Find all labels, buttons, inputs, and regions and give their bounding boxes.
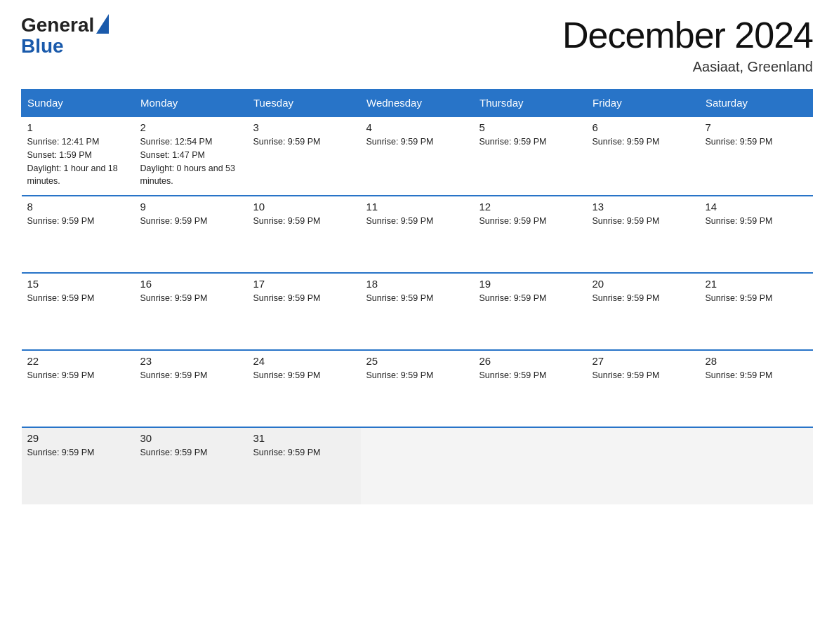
- day-number: 8: [27, 201, 129, 213]
- day-number: 17: [253, 278, 355, 290]
- day-info: Sunrise: 9:59 PM: [366, 369, 468, 382]
- calendar-cell: 1Sunrise: 12:41 PMSunset: 1:59 PMDayligh…: [22, 116, 135, 196]
- calendar-cell: 21Sunrise: 9:59 PM: [700, 273, 813, 350]
- day-info: Sunrise: 9:59 PM: [706, 215, 807, 228]
- day-number: 11: [366, 201, 468, 213]
- calendar-week-row: 29Sunrise: 9:59 PM30Sunrise: 9:59 PM31Su…: [22, 427, 813, 504]
- month-title: December 2024: [562, 14, 813, 56]
- calendar-cell: 10Sunrise: 9:59 PM: [248, 196, 361, 273]
- calendar-cell: 15Sunrise: 9:59 PM: [22, 273, 135, 350]
- calendar-cell: [587, 427, 700, 504]
- calendar-cell: 12Sunrise: 9:59 PM: [474, 196, 587, 273]
- day-info: Sunrise: 12:54 PMSunset: 1:47 PMDaylight…: [140, 135, 242, 188]
- col-friday: Friday: [587, 90, 700, 117]
- day-number: 22: [27, 355, 129, 367]
- calendar-cell: 31Sunrise: 9:59 PM: [248, 427, 361, 504]
- calendar-cell: 5Sunrise: 9:59 PM: [474, 116, 587, 196]
- day-info: Sunrise: 9:59 PM: [27, 446, 129, 459]
- calendar-cell: 6Sunrise: 9:59 PM: [587, 116, 700, 196]
- calendar-cell: 19Sunrise: 9:59 PM: [474, 273, 587, 350]
- calendar-cell: 17Sunrise: 9:59 PM: [248, 273, 361, 350]
- col-wednesday: Wednesday: [361, 90, 474, 117]
- day-number: 24: [253, 355, 355, 367]
- calendar-cell: 3Sunrise: 9:59 PM: [248, 116, 361, 196]
- day-number: 23: [140, 355, 242, 367]
- day-info: Sunrise: 9:59 PM: [366, 135, 468, 149]
- day-info: Sunrise: 9:59 PM: [593, 292, 694, 305]
- calendar-cell: 9Sunrise: 9:59 PM: [135, 196, 248, 273]
- calendar-cell: 8Sunrise: 9:59 PM: [22, 196, 135, 273]
- calendar-cell: [474, 427, 587, 504]
- calendar-body: 1Sunrise: 12:41 PMSunset: 1:59 PMDayligh…: [22, 116, 813, 504]
- day-info: Sunrise: 9:59 PM: [706, 135, 807, 149]
- day-number: 12: [479, 201, 581, 213]
- day-info: Sunrise: 9:59 PM: [479, 135, 581, 149]
- calendar-cell: 25Sunrise: 9:59 PM: [361, 350, 474, 427]
- calendar-cell: 24Sunrise: 9:59 PM: [248, 350, 361, 427]
- day-info: Sunrise: 9:59 PM: [27, 292, 129, 305]
- calendar-cell: 27Sunrise: 9:59 PM: [587, 350, 700, 427]
- day-info: Sunrise: 9:59 PM: [593, 135, 694, 149]
- day-info: Sunrise: 9:59 PM: [253, 369, 355, 382]
- calendar-cell: 22Sunrise: 9:59 PM: [22, 350, 135, 427]
- day-number: 25: [366, 355, 468, 367]
- logo-blue-text: Blue: [21, 35, 64, 58]
- logo: General Blue: [21, 14, 109, 58]
- calendar-cell: 20Sunrise: 9:59 PM: [587, 273, 700, 350]
- calendar-cell: [361, 427, 474, 504]
- calendar-cell: 4Sunrise: 9:59 PM: [361, 116, 474, 196]
- day-info: Sunrise: 9:59 PM: [479, 292, 581, 305]
- day-number: 14: [706, 201, 807, 213]
- day-number: 6: [593, 121, 694, 133]
- day-number: 31: [253, 432, 355, 444]
- day-info: Sunrise: 9:59 PM: [366, 215, 468, 228]
- day-info: Sunrise: 9:59 PM: [593, 369, 694, 382]
- day-number: 3: [253, 121, 355, 133]
- col-thursday: Thursday: [474, 90, 587, 117]
- day-info: Sunrise: 12:41 PMSunset: 1:59 PMDaylight…: [27, 135, 129, 188]
- day-number: 10: [253, 201, 355, 213]
- day-info: Sunrise: 9:59 PM: [140, 446, 242, 459]
- col-sunday: Sunday: [22, 90, 135, 117]
- calendar-cell: 13Sunrise: 9:59 PM: [587, 196, 700, 273]
- day-info: Sunrise: 9:59 PM: [253, 215, 355, 228]
- logo-general-text: General: [21, 14, 94, 36]
- day-info: Sunrise: 9:59 PM: [479, 369, 581, 382]
- day-number: 19: [479, 278, 581, 290]
- calendar-cell: 29Sunrise: 9:59 PM: [22, 427, 135, 504]
- day-info: Sunrise: 9:59 PM: [253, 292, 355, 305]
- calendar-cell: 16Sunrise: 9:59 PM: [135, 273, 248, 350]
- calendar-cell: 26Sunrise: 9:59 PM: [474, 350, 587, 427]
- title-block: December 2024 Aasiaat, Greenland: [562, 14, 813, 75]
- calendar-cell: 2Sunrise: 12:54 PMSunset: 1:47 PMDayligh…: [135, 116, 248, 196]
- location-label: Aasiaat, Greenland: [562, 59, 813, 75]
- day-info: Sunrise: 9:59 PM: [253, 135, 355, 149]
- calendar-week-row: 8Sunrise: 9:59 PM9Sunrise: 9:59 PM10Sunr…: [22, 196, 813, 273]
- day-number: 4: [366, 121, 468, 133]
- day-number: 29: [27, 432, 129, 444]
- day-number: 30: [140, 432, 242, 444]
- day-info: Sunrise: 9:59 PM: [140, 369, 242, 382]
- day-number: 9: [140, 201, 242, 213]
- day-info: Sunrise: 9:59 PM: [27, 369, 129, 382]
- day-number: 2: [140, 121, 242, 133]
- day-number: 21: [706, 278, 807, 290]
- logo-triangle-icon: [96, 14, 109, 34]
- day-info: Sunrise: 9:59 PM: [706, 369, 807, 382]
- col-monday: Monday: [135, 90, 248, 117]
- calendar-cell: 30Sunrise: 9:59 PM: [135, 427, 248, 504]
- day-number: 16: [140, 278, 242, 290]
- col-saturday: Saturday: [700, 90, 813, 117]
- calendar-table: Sunday Monday Tuesday Wednesday Thursday…: [21, 89, 813, 504]
- calendar-week-row: 1Sunrise: 12:41 PMSunset: 1:59 PMDayligh…: [22, 116, 813, 196]
- day-number: 28: [706, 355, 807, 367]
- day-number: 5: [479, 121, 581, 133]
- day-number: 13: [593, 201, 694, 213]
- calendar-cell: 28Sunrise: 9:59 PM: [700, 350, 813, 427]
- calendar-cell: 11Sunrise: 9:59 PM: [361, 196, 474, 273]
- day-info: Sunrise: 9:59 PM: [140, 292, 242, 305]
- day-info: Sunrise: 9:59 PM: [593, 215, 694, 228]
- calendar-cell: 14Sunrise: 9:59 PM: [700, 196, 813, 273]
- day-info: Sunrise: 9:59 PM: [706, 292, 807, 305]
- day-info: Sunrise: 9:59 PM: [27, 215, 129, 228]
